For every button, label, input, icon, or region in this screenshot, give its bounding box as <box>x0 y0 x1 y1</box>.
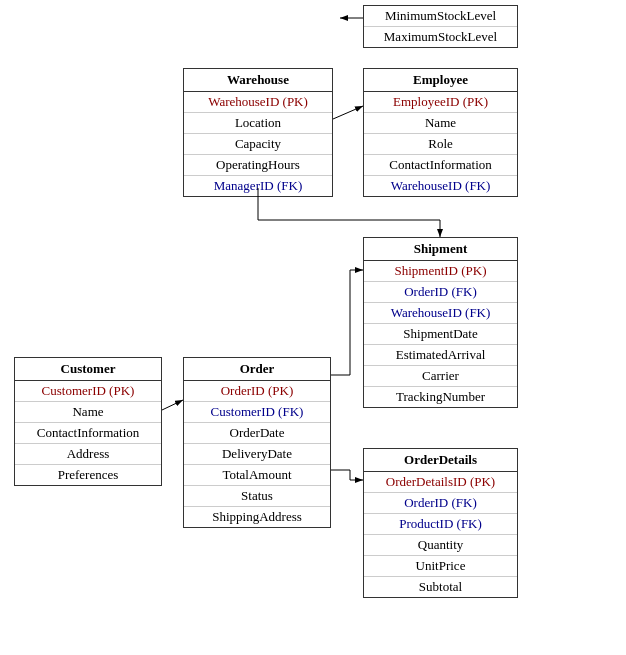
field-totalamount: TotalAmount <box>184 465 330 486</box>
svg-line-1 <box>333 106 363 119</box>
field-maximumstocklevel: MaximumStockLevel <box>364 27 517 47</box>
field-quantity: Quantity <box>364 535 517 556</box>
field-shipmentid: ShipmentID (PK) <box>364 261 517 282</box>
svg-line-3 <box>162 400 183 410</box>
field-employee-role: Role <box>364 134 517 155</box>
field-shippingaddress: ShippingAddress <box>184 507 330 527</box>
field-shipmentdate: ShipmentDate <box>364 324 517 345</box>
field-employeeid: EmployeeID (PK) <box>364 92 517 113</box>
field-subtotal: Subtotal <box>364 577 517 597</box>
entity-customer: Customer CustomerID (PK) Name ContactInf… <box>14 357 162 486</box>
field-employee-contact: ContactInformation <box>364 155 517 176</box>
field-unitprice: UnitPrice <box>364 556 517 577</box>
field-customer-address: Address <box>15 444 161 465</box>
entity-shipment-title: Shipment <box>364 238 517 261</box>
entity-employee: Employee EmployeeID (PK) Name Role Conta… <box>363 68 518 197</box>
entity-shipment: Shipment ShipmentID (PK) OrderID (FK) Wa… <box>363 237 518 408</box>
field-status: Status <box>184 486 330 507</box>
entity-warehouse: Warehouse WarehouseID (PK) Location Capa… <box>183 68 333 197</box>
field-estimatedarrival: EstimatedArrival <box>364 345 517 366</box>
entity-order-title: Order <box>184 358 330 381</box>
field-orderdetailsid: OrderDetailsID (PK) <box>364 472 517 493</box>
entity-employee-title: Employee <box>364 69 517 92</box>
field-shipment-orderid: OrderID (FK) <box>364 282 517 303</box>
field-capacity: Capacity <box>184 134 332 155</box>
entity-inventory: MinimumStockLevel MaximumStockLevel <box>363 5 518 48</box>
entity-orderdetails: OrderDetails OrderDetailsID (PK) OrderID… <box>363 448 518 598</box>
field-customerid: CustomerID (PK) <box>15 381 161 402</box>
field-operatinghours: OperatingHours <box>184 155 332 176</box>
field-location: Location <box>184 113 332 134</box>
field-deliverydate: DeliveryDate <box>184 444 330 465</box>
field-productid: ProductID (FK) <box>364 514 517 535</box>
erd-diagram: MinimumStockLevel MaximumStockLevel Ware… <box>0 0 626 655</box>
field-warehouseid: WarehouseID (PK) <box>184 92 332 113</box>
field-carrier: Carrier <box>364 366 517 387</box>
field-orderid: OrderID (PK) <box>184 381 330 402</box>
field-orderdate: OrderDate <box>184 423 330 444</box>
field-trackingnumber: TrackingNumber <box>364 387 517 407</box>
field-customer-name: Name <box>15 402 161 423</box>
field-orderdetails-orderid: OrderID (FK) <box>364 493 517 514</box>
entity-customer-title: Customer <box>15 358 161 381</box>
field-customer-contact: ContactInformation <box>15 423 161 444</box>
entity-order: Order OrderID (PK) CustomerID (FK) Order… <box>183 357 331 528</box>
field-order-customerid: CustomerID (FK) <box>184 402 330 423</box>
field-shipment-warehouseid: WarehouseID (FK) <box>364 303 517 324</box>
field-customer-preferences: Preferences <box>15 465 161 485</box>
field-managerid: ManagerID (FK) <box>184 176 332 196</box>
field-minimumstocklevel: MinimumStockLevel <box>364 6 517 27</box>
field-employee-warehouseid: WarehouseID (FK) <box>364 176 517 196</box>
field-employee-name: Name <box>364 113 517 134</box>
entity-orderdetails-title: OrderDetails <box>364 449 517 472</box>
entity-warehouse-title: Warehouse <box>184 69 332 92</box>
